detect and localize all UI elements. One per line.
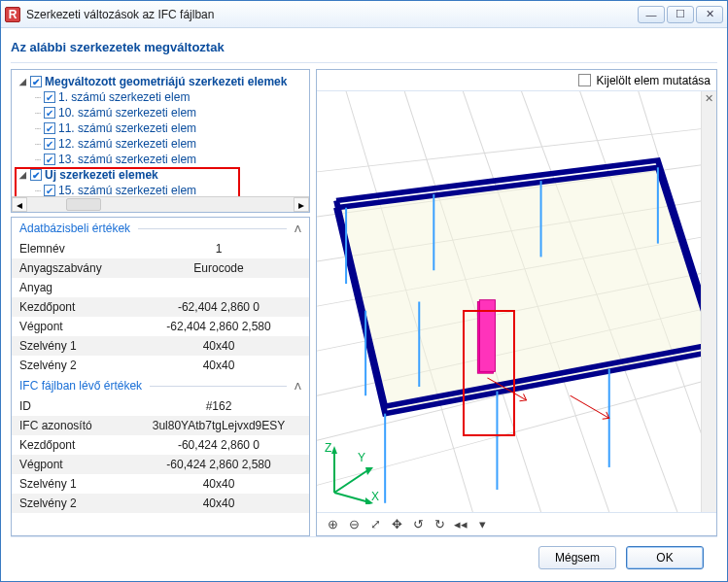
property-row: Szelvény 140x40 bbox=[12, 474, 309, 494]
tree-item[interactable]: ┈✔10. számú szerkezeti elem bbox=[35, 105, 303, 120]
scroll-right-icon[interactable]: ▸ bbox=[294, 197, 309, 212]
property-key: Anyag bbox=[19, 281, 136, 294]
tree-item[interactable]: ┈✔13. számú szerkezeti elem bbox=[35, 152, 303, 167]
checkbox[interactable]: ✔ bbox=[44, 154, 55, 165]
zoom-out-icon[interactable]: ⊖ bbox=[346, 517, 362, 532]
main-split: ◢ ✔ Megváltozott geometriájú szerkezeti … bbox=[11, 69, 717, 536]
collapse-icon[interactable]: ᐱ bbox=[295, 223, 301, 234]
tree-group-new-elements[interactable]: ◢ ✔ Új szerkezeti elemek bbox=[17, 167, 303, 183]
window-title: Szerkezeti változások az IFC fájlban bbox=[26, 8, 638, 21]
svg-rect-27 bbox=[479, 300, 495, 372]
scroll-track[interactable] bbox=[27, 197, 294, 212]
property-value: 40x40 bbox=[136, 477, 301, 491]
svg-marker-33 bbox=[365, 467, 373, 475]
viewport-header: Kijelölt elem mutatása bbox=[317, 70, 716, 91]
property-row: IFC azonosító3ul80YAtb7tgLejvxd9ESY bbox=[12, 416, 309, 435]
left-panel: ◢ ✔ Megváltozott geometriájú szerkezeti … bbox=[11, 69, 310, 536]
property-key: Elemnév bbox=[19, 242, 136, 256]
x-axis-label: X bbox=[371, 490, 379, 503]
property-value: 40x40 bbox=[136, 359, 301, 372]
viewport-panel: Kijelölt elem mutatása bbox=[316, 69, 717, 536]
property-value: 1 bbox=[136, 242, 301, 256]
titlebar: R Szerkezeti változások az IFC fájlban —… bbox=[1, 1, 727, 28]
property-key: ID bbox=[19, 399, 136, 413]
y-axis-label: Y bbox=[358, 451, 365, 464]
tree-item[interactable]: ┈✔12. számú szerkezeti elem bbox=[35, 136, 303, 152]
property-row: Végpont-60,424 2,860 2,580 bbox=[12, 455, 309, 474]
close-button[interactable]: ✕ bbox=[696, 6, 723, 23]
pan-icon[interactable]: ✥ bbox=[389, 517, 404, 532]
dialog-subtitle: Az alábbi szerkezetek megváltoztak bbox=[11, 36, 717, 63]
property-value: -60,424 2,860 2,580 bbox=[136, 458, 301, 471]
property-row: AnyagszabványEurocode bbox=[12, 258, 309, 278]
dialog-footer: Mégsem OK bbox=[11, 536, 717, 577]
zoom-extent-icon[interactable]: ⤢ bbox=[367, 517, 383, 532]
properties-panel: Adatbázisbeli értékek ᐱ Elemnév1Anyagsza… bbox=[11, 217, 310, 536]
property-key: IFC azonosító bbox=[19, 419, 136, 432]
checkbox[interactable]: ✔ bbox=[44, 107, 55, 119]
checkbox[interactable]: ✔ bbox=[44, 122, 55, 134]
axes-gizmo: Z Y X bbox=[323, 436, 391, 504]
property-key: Végpont bbox=[19, 320, 136, 333]
tree-horizontal-scrollbar[interactable]: ◂ ▸ bbox=[12, 196, 309, 212]
property-row: ID#162 bbox=[12, 396, 309, 416]
scroll-thumb[interactable] bbox=[66, 198, 101, 211]
property-value: 40x40 bbox=[136, 339, 301, 353]
rotate-ccw-icon[interactable]: ↺ bbox=[410, 517, 426, 532]
tree-item[interactable]: ┈✔11. számú szerkezeti elem bbox=[35, 120, 303, 136]
cancel-button[interactable]: Mégsem bbox=[538, 546, 616, 569]
property-value: -62,404 2,860 2,580 bbox=[136, 320, 301, 333]
svg-line-29 bbox=[571, 395, 609, 418]
property-key: Kezdőpont bbox=[19, 438, 136, 452]
property-row: Kezdőpont-62,404 2,860 0 bbox=[12, 297, 309, 317]
checkbox[interactable]: ✔ bbox=[44, 138, 55, 150]
property-key: Szelvény 1 bbox=[19, 477, 136, 491]
expand-icon[interactable]: ◢ bbox=[17, 170, 27, 180]
minimize-button[interactable]: — bbox=[638, 6, 665, 23]
scroll-left-icon[interactable]: ◂ bbox=[12, 197, 27, 212]
property-row: Anyag bbox=[12, 278, 309, 297]
view-menu-icon[interactable]: ▾ bbox=[474, 517, 490, 532]
svg-marker-14 bbox=[336, 167, 716, 413]
property-value: #162 bbox=[136, 399, 301, 413]
show-selected-label: Kijelölt elem mutatása bbox=[597, 74, 711, 87]
ifc-values-section-header[interactable]: IFC fájlban lévő értékek ᐱ bbox=[12, 375, 309, 396]
prev-view-icon[interactable]: ◂◂ bbox=[453, 517, 468, 532]
property-row: Szelvény 240x40 bbox=[12, 494, 309, 513]
svg-marker-31 bbox=[331, 446, 337, 454]
property-row: Végpont-62,404 2,860 2,580 bbox=[12, 317, 309, 336]
property-row: Szelvény 240x40 bbox=[12, 356, 309, 375]
property-key: Szelvény 2 bbox=[19, 496, 136, 510]
db-values-section-header[interactable]: Adatbázisbeli értékek ᐱ bbox=[12, 218, 309, 239]
show-selected-checkbox[interactable] bbox=[578, 74, 591, 86]
rotate-cw-icon[interactable]: ↻ bbox=[432, 517, 447, 532]
property-value: 3ul80YAtb7tgLejvxd9ESY bbox=[136, 419, 301, 432]
zoom-in-icon[interactable]: ⊕ bbox=[325, 517, 340, 532]
expand-icon[interactable]: ◢ bbox=[17, 77, 27, 86]
property-key: Szelvény 2 bbox=[19, 359, 136, 372]
checkbox[interactable]: ✔ bbox=[44, 185, 55, 196]
property-key: Végpont bbox=[19, 458, 136, 471]
svg-line-32 bbox=[334, 469, 369, 493]
ok-button[interactable]: OK bbox=[626, 546, 704, 569]
checkbox[interactable]: ✔ bbox=[30, 169, 42, 181]
collapse-icon[interactable]: ᐱ bbox=[295, 381, 301, 392]
viewport-toolbar: ⊕ ⊖ ⤢ ✥ ↺ ↻ ◂◂ ▾ bbox=[317, 512, 716, 535]
viewport-close-icon[interactable]: ✕ bbox=[702, 92, 715, 106]
property-value: -60,424 2,860 0 bbox=[136, 438, 301, 452]
checkbox[interactable]: ✔ bbox=[30, 76, 42, 87]
content-area: Az alábbi szerkezetek megváltoztak ◢ ✔ M… bbox=[1, 28, 727, 581]
viewport-vertical-scrollbar[interactable]: ✕ bbox=[701, 91, 716, 512]
property-value: Eurocode bbox=[136, 261, 301, 275]
tree-item[interactable]: ┈✔1. számú szerkezeti elem bbox=[35, 89, 303, 105]
maximize-button[interactable]: ☐ bbox=[667, 6, 694, 23]
property-value: 40x40 bbox=[136, 496, 301, 510]
property-row: Szelvény 140x40 bbox=[12, 336, 309, 356]
tree-group-changed-geometry[interactable]: ◢ ✔ Megváltozott geometriájú szerkezeti … bbox=[17, 74, 303, 89]
dialog-window: R Szerkezeti változások az IFC fájlban —… bbox=[0, 0, 728, 582]
3d-viewport[interactable]: ✕ Z Y X bbox=[317, 91, 716, 512]
tree-view: ◢ ✔ Megváltozott geometriájú szerkezeti … bbox=[11, 69, 310, 213]
property-value: -62,404 2,860 0 bbox=[136, 300, 301, 314]
checkbox[interactable]: ✔ bbox=[44, 91, 55, 103]
property-value bbox=[136, 281, 301, 294]
